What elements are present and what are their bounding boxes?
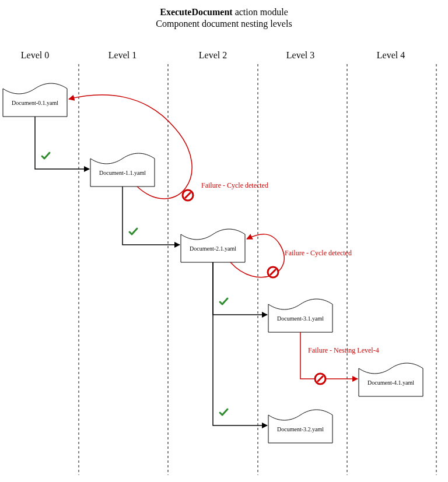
failure-cycle-2-label: Failure - Cycle detected <box>285 249 352 257</box>
level-2-label: Level 2 <box>199 50 227 60</box>
diagram-subtitle: Component document nesting levels <box>156 19 292 29</box>
document-0-1: Document-0.1.yaml <box>3 83 67 117</box>
column-dividers <box>79 64 436 475</box>
arrow-d01-to-d11 <box>35 117 89 169</box>
document-4-1-label: Document-4.1.yaml <box>368 379 414 386</box>
check-icon <box>220 409 228 415</box>
document-2-1: Document-2.1.yaml <box>181 229 245 262</box>
document-2-1-label: Document-2.1.yaml <box>190 245 236 252</box>
level-1-label: Level 1 <box>108 50 136 60</box>
arrow-d11-to-d21 <box>123 187 180 245</box>
document-0-1-label: Document-0.1.yaml <box>12 100 58 106</box>
failure-nesting-label: Failure - Nesting Level-4 <box>308 346 379 354</box>
document-4-1: Document-4.1.yaml <box>359 363 423 396</box>
arrow-d31-to-d41-fail <box>300 332 358 379</box>
title-rest: action module <box>235 7 288 17</box>
document-1-1-label: Document-1.1.yaml <box>99 170 146 176</box>
document-3-1: Document-3.1.yaml <box>268 299 332 332</box>
check-icon <box>130 228 137 234</box>
failure-cycle-1-label: Failure - Cycle detected <box>201 181 268 189</box>
document-3-1-label: Document-3.1.yaml <box>277 315 324 322</box>
document-1-1: Document-1.1.yaml <box>90 153 155 187</box>
nesting-diagram: ExecuteDocument action module Component … <box>0 0 448 482</box>
diagram-title: ExecuteDocument action module <box>160 7 288 17</box>
document-3-2: Document-3.2.yaml <box>268 410 332 443</box>
title-bold: ExecuteDocument <box>160 7 233 17</box>
document-3-2-label: Document-3.2.yaml <box>277 426 324 432</box>
check-icon <box>42 153 50 159</box>
check-icon <box>220 298 228 304</box>
no-entry-icon <box>268 267 278 277</box>
level-0-label: Level 0 <box>21 50 49 60</box>
level-4-label: Level 4 <box>377 50 405 60</box>
arrow-d21-to-d32 <box>213 262 267 425</box>
level-3-label: Level 3 <box>286 50 314 60</box>
no-entry-icon <box>183 190 193 200</box>
no-entry-icon <box>315 374 326 384</box>
